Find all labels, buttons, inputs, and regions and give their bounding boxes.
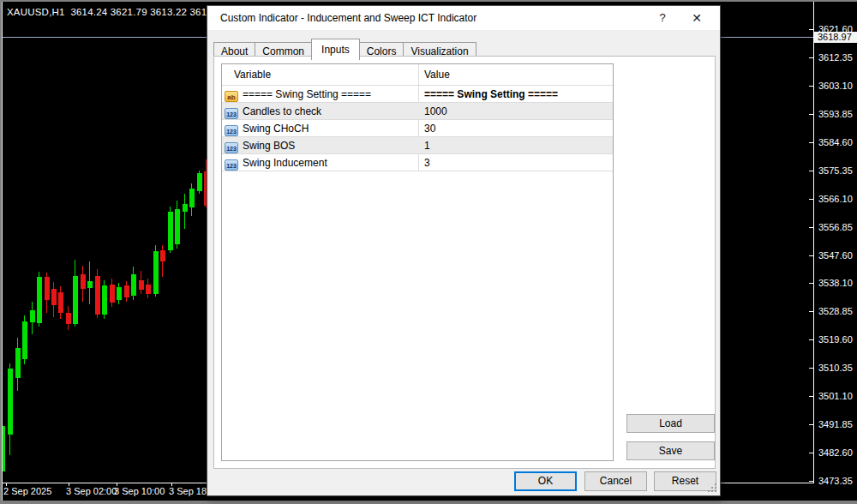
candle-body bbox=[175, 209, 180, 244]
inputs-tab-page: Variable Value ab===== Swing Setting ===… bbox=[213, 56, 716, 469]
price-axis-label: 3547.60 bbox=[818, 250, 857, 261]
window-left-highlight bbox=[2, 2, 3, 501]
price-axis-label: 3603.10 bbox=[818, 81, 857, 91]
candle-body bbox=[8, 369, 13, 435]
number-param-icon: 123 bbox=[225, 142, 238, 153]
price-axis-label: 3566.10 bbox=[818, 194, 857, 204]
candle-body bbox=[73, 276, 78, 324]
cancel-button[interactable]: Cancel bbox=[584, 471, 647, 491]
reset-button[interactable]: Reset bbox=[654, 471, 716, 491]
param-value[interactable]: ===== Swing Setting ===== bbox=[424, 86, 558, 103]
param-row-5[interactable]: 123Swing Inducement3 bbox=[222, 154, 613, 171]
candle-body bbox=[110, 285, 115, 303]
price-tick bbox=[809, 424, 813, 425]
param-name: 123Swing CHoCH bbox=[225, 120, 309, 137]
param-row-3[interactable]: 123Swing CHoCH30 bbox=[222, 120, 613, 137]
number-param-icon: 123 bbox=[225, 125, 238, 136]
dialog-titlebar[interactable]: Custom Indicator - Inducement and Sweep … bbox=[207, 6, 720, 30]
price-tick bbox=[809, 171, 813, 171]
price-tick bbox=[809, 368, 813, 369]
param-row-2[interactable]: 123Candles to check1000 bbox=[222, 103, 613, 120]
current-price-label: 3618.97 bbox=[814, 32, 857, 43]
param-value[interactable]: 30 bbox=[424, 120, 435, 137]
price-tick bbox=[809, 396, 813, 397]
row-separator bbox=[222, 171, 613, 171]
price-axis-label: 3538.10 bbox=[818, 278, 857, 288]
candle-body bbox=[66, 313, 71, 324]
candle-body bbox=[87, 281, 93, 288]
time-axis-label: 3 Sep 02:00 bbox=[66, 486, 117, 496]
number-param-icon: 123 bbox=[225, 159, 238, 171]
price-tick bbox=[809, 311, 813, 312]
price-axis-label: 3491.85 bbox=[818, 419, 857, 429]
tab-inputs[interactable]: Inputs bbox=[311, 39, 360, 60]
param-value[interactable]: 1 bbox=[424, 137, 430, 154]
price-tick bbox=[809, 86, 813, 87]
price-axis-label: 3593.85 bbox=[818, 109, 857, 119]
candle-body bbox=[45, 277, 50, 300]
param-row-1[interactable]: ab===== Swing Setting ========== Swing S… bbox=[222, 86, 613, 103]
symbol-ohlc-readout: XAUUSD,H1 3614.24 3621.79 3613.22 3618.9… bbox=[7, 7, 226, 17]
load-button[interactable]: Load bbox=[626, 414, 715, 433]
param-name: 123Swing Inducement bbox=[225, 154, 327, 171]
price-axis-label: 3612.35 bbox=[818, 52, 857, 63]
candle-body bbox=[51, 289, 57, 305]
price-axis-label: 3556.85 bbox=[818, 222, 857, 232]
price-tick bbox=[809, 57, 813, 58]
candle-body bbox=[183, 204, 188, 212]
price-axis-label: 3501.10 bbox=[818, 391, 857, 401]
parameters-table: Variable Value ab===== Swing Setting ===… bbox=[221, 63, 614, 461]
custom-indicator-dialog: Custom Indicator - Inducement and Sweep … bbox=[207, 5, 721, 496]
price-tick bbox=[809, 227, 813, 228]
candle-body bbox=[95, 276, 100, 315]
price-tick bbox=[809, 29, 813, 30]
candle-body bbox=[139, 280, 144, 290]
candle-body bbox=[37, 277, 42, 323]
price-axis-label: 3528.85 bbox=[818, 306, 857, 316]
column-header-value: Value bbox=[424, 64, 450, 85]
price-tick bbox=[809, 339, 813, 340]
price-tick bbox=[809, 453, 813, 453]
candle-body bbox=[58, 292, 63, 313]
candle-body bbox=[160, 250, 165, 261]
candle-body bbox=[81, 274, 86, 289]
candle-body bbox=[117, 287, 122, 300]
price-tick bbox=[809, 199, 813, 200]
param-row-4[interactable]: 123Swing BOS1 bbox=[222, 137, 613, 154]
param-name: 123Swing BOS bbox=[225, 137, 295, 154]
param-name: 123Candles to check bbox=[225, 103, 321, 120]
window-bottom-edge bbox=[0, 501, 857, 504]
candle-body bbox=[102, 285, 107, 315]
save-button[interactable]: Save bbox=[626, 441, 715, 460]
candle-body bbox=[15, 348, 21, 378]
candle-body bbox=[124, 285, 129, 297]
price-tick bbox=[809, 481, 813, 482]
candle-body bbox=[189, 189, 195, 207]
table-header: Variable Value bbox=[222, 64, 613, 85]
resize-grip[interactable] bbox=[715, 490, 716, 492]
param-value[interactable]: 1000 bbox=[424, 103, 447, 120]
price-axis-label: 3575.35 bbox=[818, 165, 857, 176]
candle-body bbox=[22, 321, 27, 359]
string-param-icon: ab bbox=[225, 91, 238, 102]
param-value[interactable]: 3 bbox=[424, 154, 430, 171]
price-tick bbox=[809, 283, 813, 284]
window-top-edge bbox=[0, 0, 857, 2]
dialog-tabs: AboutCommonInputsColorsVisualization bbox=[213, 39, 476, 57]
help-icon[interactable]: ? bbox=[650, 6, 675, 30]
price-tick bbox=[809, 114, 813, 115]
dialog-title: Custom Indicator - Inducement and Sweep … bbox=[220, 6, 476, 30]
price-axis-label: 3584.60 bbox=[818, 137, 857, 147]
price-tick bbox=[809, 142, 813, 143]
price-axis-label: 3473.35 bbox=[818, 476, 857, 486]
param-name: ab===== Swing Setting ===== bbox=[225, 86, 371, 103]
candle-body bbox=[30, 310, 35, 322]
mt4-window: XAUUSD,H1 3614.24 3621.79 3613.22 3618.9… bbox=[0, 0, 857, 504]
close-icon[interactable]: ✕ bbox=[684, 6, 710, 30]
candle-body bbox=[146, 285, 151, 294]
column-header-variable: Variable bbox=[234, 64, 271, 85]
price-axis-line bbox=[813, 0, 814, 483]
candle-body bbox=[153, 251, 159, 294]
price-tick bbox=[809, 255, 813, 256]
ok-button[interactable]: OK bbox=[514, 471, 577, 491]
